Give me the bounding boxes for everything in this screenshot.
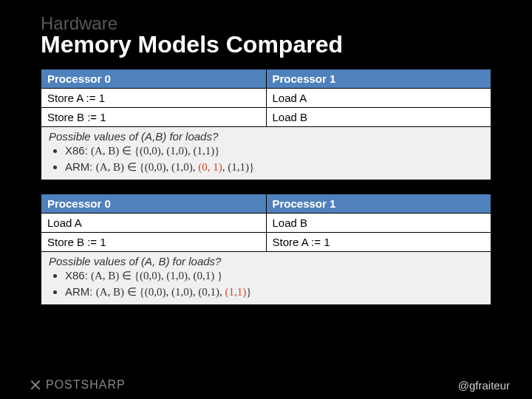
logo-icon	[30, 379, 41, 391]
x86-label: X86:	[65, 269, 91, 282]
arm-highlight: (0, 1)	[198, 161, 222, 173]
result-box-2: Possible values of (A, B) for loads? X86…	[41, 252, 491, 305]
table-header-row: Processor 0 Processor 1	[41, 69, 491, 89]
cell: Store B := 1	[41, 108, 267, 127]
cell: Store B := 1	[41, 233, 267, 252]
arm-pre: (A, B) ∈ {(0,0), (1,0), (0,1),	[96, 286, 225, 298]
arm-label: ARM:	[65, 160, 96, 173]
table-2: Processor 0 Processor 1 Load A Load B St…	[41, 194, 491, 252]
arm-line: ARM: (A, B) ∈ {(0,0), (1,0), (0,1), (1,1…	[65, 284, 483, 300]
x86-line: X86: (A, B) ∈ {(0,0), (1,0), (1,1)}	[65, 143, 483, 159]
example-1: Processor 0 Processor 1 Store A := 1 Loa…	[41, 69, 491, 180]
col-proc0: Processor 0	[41, 69, 267, 89]
footer: POSTSHARP @gfraiteur	[0, 378, 532, 392]
question: Possible values of (A,B) for loads?	[49, 130, 483, 143]
cell: Store A := 1	[41, 89, 267, 108]
table-row: Store B := 1 Load B	[41, 108, 491, 127]
brand-logo: POSTSHARP	[30, 378, 126, 392]
result-box-1: Possible values of (A,B) for loads? X86:…	[41, 127, 491, 180]
col-proc0: Processor 0	[41, 194, 267, 214]
question: Possible values of (A, B) for loads?	[49, 255, 483, 267]
table-row: Load A Load B	[41, 214, 491, 233]
table-header-row: Processor 0 Processor 1	[41, 194, 491, 214]
arm-post: , (1,1)}	[222, 161, 254, 173]
brand-name: POSTSHARP	[46, 378, 126, 392]
arm-post: }	[246, 286, 251, 298]
arm-expr: (A, B) ∈ {(0,0), (1,0), (0, 1), (1,1)}	[96, 161, 254, 173]
cell: Load A	[266, 89, 491, 108]
cell: Load A	[41, 214, 267, 233]
table-1: Processor 0 Processor 1 Store A := 1 Loa…	[41, 69, 491, 127]
arm-pre: (A, B) ∈ {(0,0), (1,0),	[96, 161, 199, 173]
example-2: Processor 0 Processor 1 Load A Load B St…	[41, 194, 491, 305]
arm-expr: (A, B) ∈ {(0,0), (1,0), (0,1), (1,1)}	[96, 286, 252, 298]
x86-line: X86: (A, B) ∈ {(0,0), (1,0), (0,1) }	[65, 267, 483, 284]
cell: Load B	[266, 214, 491, 233]
twitter-handle: @gfraiteur	[458, 379, 510, 392]
slide: Hardware Memory Models Compared Processo…	[0, 0, 532, 399]
x86-expr: (A, B) ∈ {(0,0), (1,0), (1,1)}	[91, 145, 219, 157]
pretitle: Hardware	[41, 15, 491, 33]
table-row: Store B := 1 Store A := 1	[41, 233, 491, 252]
cell: Store A := 1	[266, 233, 491, 252]
table-row: Store A := 1 Load A	[41, 89, 491, 108]
x86-expr: (A, B) ∈ {(0,0), (1,0), (0,1) }	[91, 270, 222, 282]
cell: Load B	[266, 108, 491, 127]
arm-highlight: (1,1)	[225, 286, 246, 298]
x86-label: X86:	[65, 144, 91, 157]
arm-line: ARM: (A, B) ∈ {(0,0), (1,0), (0, 1), (1,…	[65, 159, 483, 175]
col-proc1: Processor 1	[266, 194, 491, 214]
col-proc1: Processor 1	[266, 69, 491, 89]
arm-label: ARM:	[65, 285, 96, 298]
slide-title: Memory Models Compared	[41, 31, 491, 58]
